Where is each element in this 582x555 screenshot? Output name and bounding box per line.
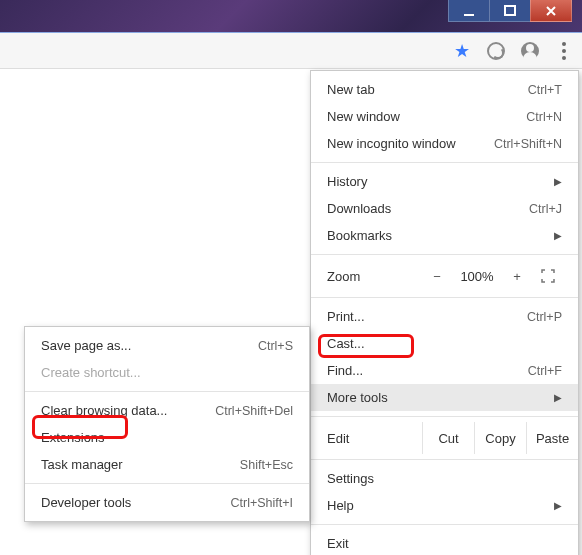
menu-label: Create shortcut...: [41, 365, 293, 380]
submenu-item-create-shortcut: Create shortcut...: [25, 359, 309, 386]
extension-swirl-icon[interactable]: [486, 41, 506, 61]
menu-label: Help: [327, 498, 524, 513]
menu-separator: [25, 483, 309, 484]
fullscreen-icon[interactable]: [534, 269, 562, 283]
submenu-item-clear-data[interactable]: Clear browsing data... Ctrl+Shift+Del: [25, 397, 309, 424]
more-tools-submenu: Save page as... Ctrl+S Create shortcut..…: [24, 326, 310, 522]
menu-label: Extensions: [41, 430, 293, 445]
menu-label: Exit: [327, 536, 562, 551]
menu-label: Find...: [327, 363, 498, 378]
menu-accel: Shift+Esc: [240, 458, 293, 472]
menu-label: New window: [327, 109, 496, 124]
window-maximize-button[interactable]: [489, 0, 531, 22]
menu-label: History: [327, 174, 524, 189]
zoom-in-button[interactable]: +: [500, 269, 534, 284]
menu-label: Clear browsing data...: [41, 403, 185, 418]
submenu-item-developer-tools[interactable]: Developer tools Ctrl+Shift+I: [25, 489, 309, 516]
menu-item-zoom: Zoom − 100% +: [311, 260, 578, 292]
menu-item-find[interactable]: Find... Ctrl+F: [311, 357, 578, 384]
menu-item-new-incognito[interactable]: New incognito window Ctrl+Shift+N: [311, 130, 578, 157]
chevron-right-icon: ▶: [554, 500, 562, 511]
browser-toolbar: ★: [0, 33, 582, 69]
zoom-out-button[interactable]: −: [420, 269, 454, 284]
menu-item-edit: Edit Cut Copy Paste: [311, 422, 578, 454]
menu-item-new-tab[interactable]: New tab Ctrl+T: [311, 76, 578, 103]
window-minimize-button[interactable]: [448, 0, 490, 22]
menu-label: Settings: [327, 471, 562, 486]
menu-item-help[interactable]: Help ▶: [311, 492, 578, 519]
chrome-main-menu: New tab Ctrl+T New window Ctrl+N New inc…: [310, 70, 579, 555]
menu-item-new-window[interactable]: New window Ctrl+N: [311, 103, 578, 130]
edit-copy-button[interactable]: Copy: [474, 422, 526, 454]
menu-item-cast[interactable]: Cast...: [311, 330, 578, 357]
submenu-item-save-page[interactable]: Save page as... Ctrl+S: [25, 332, 309, 359]
menu-label: New tab: [327, 82, 498, 97]
menu-label: Task manager: [41, 457, 210, 472]
menu-item-bookmarks[interactable]: Bookmarks ▶: [311, 222, 578, 249]
menu-label: More tools: [327, 390, 524, 405]
menu-label: Save page as...: [41, 338, 228, 353]
menu-label: New incognito window: [327, 136, 464, 151]
zoom-value: 100%: [454, 269, 500, 284]
edit-paste-button[interactable]: Paste: [526, 422, 578, 454]
menu-separator: [311, 459, 578, 460]
chrome-menu-button[interactable]: [554, 41, 574, 61]
menu-accel: Ctrl+F: [528, 364, 562, 378]
menu-accel: Ctrl+Shift+N: [494, 137, 562, 151]
chevron-right-icon: ▶: [554, 392, 562, 403]
menu-item-exit[interactable]: Exit: [311, 530, 578, 555]
window-close-button[interactable]: [530, 0, 572, 22]
menu-item-downloads[interactable]: Downloads Ctrl+J: [311, 195, 578, 222]
menu-separator: [311, 162, 578, 163]
menu-label: Developer tools: [41, 495, 200, 510]
menu-accel: Ctrl+Shift+I: [230, 496, 293, 510]
chevron-right-icon: ▶: [554, 230, 562, 241]
menu-item-more-tools[interactable]: More tools ▶: [311, 384, 578, 411]
menu-separator: [311, 524, 578, 525]
svg-rect-1: [505, 6, 515, 15]
menu-item-history[interactable]: History ▶: [311, 168, 578, 195]
window-controls: [449, 0, 572, 22]
menu-accel: Ctrl+J: [529, 202, 562, 216]
menu-accel: Ctrl+N: [526, 110, 562, 124]
menu-separator: [311, 297, 578, 298]
menu-separator: [311, 254, 578, 255]
menu-accel: Ctrl+S: [258, 339, 293, 353]
chevron-right-icon: ▶: [554, 176, 562, 187]
menu-label: Cast...: [327, 336, 562, 351]
menu-label: Bookmarks: [327, 228, 524, 243]
menu-item-settings[interactable]: Settings: [311, 465, 578, 492]
menu-separator: [25, 391, 309, 392]
menu-label: Edit: [327, 431, 422, 446]
menu-label: Downloads: [327, 201, 499, 216]
menu-accel: Ctrl+P: [527, 310, 562, 324]
menu-accel: Ctrl+T: [528, 83, 562, 97]
menu-accel: Ctrl+Shift+Del: [215, 404, 293, 418]
bookmark-star-icon[interactable]: ★: [452, 41, 472, 61]
menu-label: Print...: [327, 309, 497, 324]
svg-rect-0: [464, 14, 474, 16]
profile-avatar-icon[interactable]: [520, 41, 540, 61]
edit-cut-button[interactable]: Cut: [422, 422, 474, 454]
submenu-item-task-manager[interactable]: Task manager Shift+Esc: [25, 451, 309, 478]
menu-label: Zoom: [327, 269, 420, 284]
submenu-item-extensions[interactable]: Extensions: [25, 424, 309, 451]
menu-item-print[interactable]: Print... Ctrl+P: [311, 303, 578, 330]
menu-separator: [311, 416, 578, 417]
